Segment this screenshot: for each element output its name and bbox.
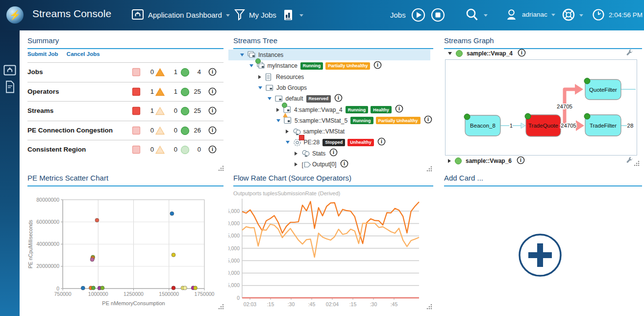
- add-card-section: Add Card ...: [444, 171, 642, 314]
- job-icon: [283, 106, 294, 113]
- pe-metrics-scatter-card: PE Metrics Scatter Chart 750000100000012…: [27, 171, 223, 314]
- user-menu[interactable]: adrianac: [505, 8, 555, 21]
- stop-jobs-button[interactable]: [431, 8, 445, 22]
- svg-text:20000000: 20000000: [36, 263, 59, 269]
- info-icon[interactable]: i: [424, 115, 432, 126]
- filter-icon: [234, 9, 245, 21]
- info-icon[interactable]: i: [517, 156, 525, 166]
- streams-logo-icon[interactable]: ⚡: [6, 6, 24, 24]
- graph-node-beacon_8[interactable]: Beacon_8: [464, 114, 500, 136]
- red-square-status-icon: [299, 135, 304, 140]
- jobs-label: Jobs: [390, 11, 406, 19]
- summary-row: Operators1125i: [27, 82, 223, 102]
- graph-caret-icon[interactable]: [448, 52, 452, 55]
- username: adrianac: [522, 11, 547, 18]
- menu-application-dashboard[interactable]: Application Dashboard: [131, 8, 230, 21]
- help-menu[interactable]: [562, 8, 583, 22]
- tree-caret-icon[interactable]: [276, 108, 279, 112]
- tree-caret-icon[interactable]: [295, 162, 297, 166]
- summary-rows: Jobs014iOperators1125iStreams1025iPE Con…: [27, 62, 223, 159]
- summary-count: 25: [188, 88, 201, 95]
- info-icon[interactable]: i: [208, 68, 217, 78]
- info-icon[interactable]: i: [329, 148, 338, 158]
- run-jobs-button[interactable]: [411, 8, 425, 22]
- menu-my-jobs[interactable]: My Jobs: [234, 9, 276, 21]
- svg-text:i: i: [212, 88, 213, 94]
- top-bar: ⚡ Streams Console Application Dashboard …: [0, 0, 644, 30]
- info-icon[interactable]: i: [334, 94, 343, 104]
- menu-chart-picker[interactable]: [283, 9, 303, 21]
- scatter-point: [90, 258, 94, 262]
- resize-handle[interactable]: [633, 160, 640, 169]
- tree-caret-icon[interactable]: [295, 152, 297, 156]
- series-rate-high: [242, 202, 419, 244]
- tree-node-job-groups[interactable]: Job Groups: [228, 82, 430, 93]
- tree-node-sample-vmstat[interactable]: sample::VMStat: [228, 126, 430, 137]
- operator-icon: [293, 128, 303, 135]
- info-icon[interactable]: i: [208, 145, 217, 156]
- tree-node-4-sample-vwap-4[interactable]: 4:sample::Vwap_4RunningHealthyi: [228, 105, 430, 115]
- add-card-button[interactable]: [516, 231, 565, 280]
- instances-icon: [248, 51, 258, 59]
- info-icon[interactable]: i: [208, 106, 217, 117]
- info-icon[interactable]: i: [208, 126, 217, 136]
- tree-caret-icon[interactable]: [276, 119, 280, 122]
- clock-group[interactable]: 2:04:56 PM: [592, 8, 643, 21]
- resize-handle[interactable]: [426, 303, 433, 312]
- tree-caret-icon[interactable]: [268, 97, 272, 100]
- search-menu[interactable]: [465, 7, 488, 23]
- svg-text:i: i: [212, 69, 213, 75]
- wrench-icon[interactable]: [626, 50, 633, 59]
- tree-node-myinstance[interactable]: myInstanceRunningPartially Unhealthyi: [228, 60, 430, 71]
- svg-text:30,000: 30,000: [228, 220, 240, 226]
- tree-caret-icon[interactable]: [258, 75, 261, 79]
- wrench-icon[interactable]: [626, 157, 633, 166]
- graph-node-tradefilter[interactable]: TradeFilter: [584, 113, 621, 136]
- summary-count: 1: [165, 68, 177, 76]
- tree-caret-icon[interactable]: [249, 64, 253, 67]
- submit-job-link[interactable]: Submit Job: [27, 51, 58, 57]
- tree-node-default[interactable]: defaultReservedi: [228, 93, 430, 104]
- dashboard-icon: [3, 65, 16, 76]
- cancel-jobs-link[interactable]: Cancel Jobs: [67, 51, 100, 57]
- svg-text:TradeQuote: TradeQuote: [528, 123, 558, 129]
- tree-node-label: Resources: [276, 74, 304, 80]
- info-icon[interactable]: i: [208, 87, 217, 98]
- svg-text:i: i: [344, 160, 345, 166]
- chevron-down-icon: [579, 14, 583, 17]
- tree-node-output-0-[interactable]: [Output[0]i: [228, 159, 430, 170]
- streams-console-app: ⚡ Streams Console Application Dashboard …: [0, 0, 644, 316]
- info-icon[interactable]: i: [377, 137, 386, 148]
- sidebar-item-dashboard[interactable]: [3, 65, 17, 76]
- svg-text:10,000: 10,000: [228, 270, 240, 276]
- tree-node-pe-28[interactable]: PE:28StoppedUnhealthyi: [228, 137, 430, 148]
- tree-caret-icon[interactable]: [258, 86, 262, 89]
- tree-caret-icon[interactable]: [286, 141, 290, 144]
- tree-node-stats[interactable]: Statsi: [228, 148, 430, 159]
- svg-text:02:04: 02:04: [326, 301, 339, 307]
- graph-node-quotefilter[interactable]: QuoteFilter: [584, 78, 621, 100]
- status-badge: Partially Unhealthy: [325, 62, 370, 70]
- summary-row-label: Streams: [27, 107, 53, 114]
- graph-group-sample-vwap-4[interactable]: sample::Vwap_4i: [448, 48, 638, 59]
- svg-text:28: 28: [627, 123, 634, 129]
- info-icon[interactable]: i: [395, 105, 403, 115]
- tree-node-label: default: [286, 95, 303, 102]
- green-dot-status-icon: [282, 103, 287, 108]
- tree-caret-icon[interactable]: [286, 130, 289, 133]
- tree-node-5-sample-vmstat-5[interactable]: 5:sample::VMStat_5RunningPartially Unhea…: [228, 115, 430, 126]
- graph-node-tradequote[interactable]: TradeQuote: [525, 113, 561, 136]
- sidebar-item-documents[interactable]: [3, 80, 17, 93]
- svg-text:1750000: 1750000: [195, 291, 215, 297]
- tree-caret-icon[interactable]: [240, 53, 244, 56]
- status-badge: Running: [346, 106, 369, 113]
- tree-node-resources[interactable]: Resources: [228, 72, 430, 82]
- info-icon[interactable]: i: [340, 159, 348, 170]
- info-icon[interactable]: i: [518, 49, 526, 59]
- graph-caret-icon[interactable]: [448, 159, 451, 163]
- graph-group-sample-vwap-6[interactable]: sample::Vwap_6i: [448, 156, 638, 166]
- square-status-icon: [132, 145, 141, 156]
- resize-handle[interactable]: [218, 303, 224, 312]
- svg-text:i: i: [398, 105, 400, 111]
- info-icon[interactable]: i: [373, 61, 382, 71]
